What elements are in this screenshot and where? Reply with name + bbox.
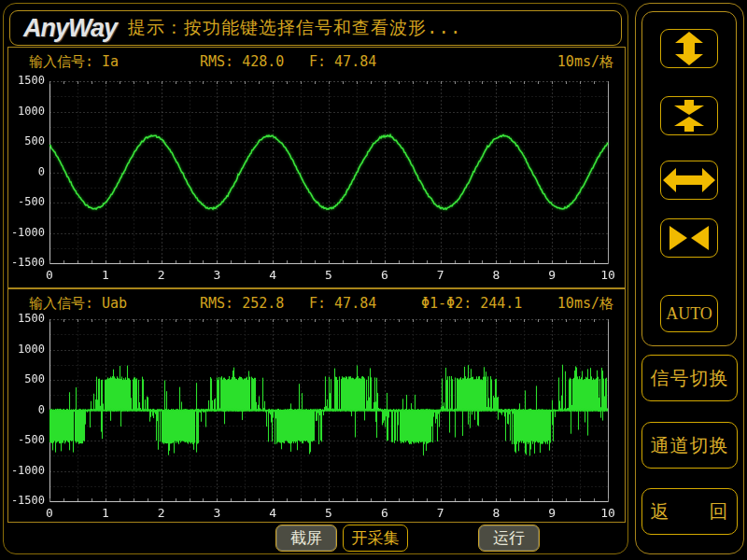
screenshot-button[interactable]: 截屏 [275,525,337,552]
waveform-panel-uab: 输入信号: Uab RMS: 252.8 F: 47.84 Φ1-Φ2: 244… [7,288,626,523]
title-bar: AnyWay 提示：按功能键选择信号和查看波形... [9,10,622,46]
compress-horizontal-icon [661,219,717,257]
channel-switch-button[interactable]: 通道切换 [641,422,738,469]
waveform-panel-ia: 输入信号: Ia RMS: 428.0 F: 47.84 10ms/格 [7,47,626,288]
signal-name-label: 输入信号: Uab [29,295,127,313]
rms-value: RMS: 252.8 [200,295,284,312]
frequency-value: F: 47.84 [309,295,376,312]
expand-vertical-button[interactable] [660,29,718,68]
function-key-sidebar: AUTO 信号切换 通道切换 返 回 [635,3,744,554]
auto-button-label: AUTO [666,304,712,324]
waveform-canvas-ia [8,74,625,285]
channel-switch-button-label: 通道切换 [651,433,729,458]
run-button[interactable]: 运行 [478,525,540,552]
expand-horizontal-icon [661,161,717,199]
signal-switch-button-label: 信号切换 [651,366,729,391]
waveform-canvas-uab [8,314,625,523]
panel-header-ia: 输入信号: Ia RMS: 428.0 F: 47.84 10ms/格 [8,50,625,73]
start-capture-button-label: 开采集 [352,527,400,549]
signal-switch-button[interactable]: 信号切换 [641,355,738,401]
screenshot-button-label: 截屏 [290,527,322,549]
expand-horizontal-button[interactable] [660,161,718,200]
instrument-screen: AnyWay 提示：按功能键选择信号和查看波形... 输入信号: Ia RMS:… [0,0,747,560]
run-button-label: 运行 [493,527,525,549]
frequency-value: F: 47.84 [309,53,376,70]
back-button[interactable]: 返 回 [641,488,738,535]
back-button-label: 返 回 [651,499,729,525]
signal-name-label: 输入信号: Ia [29,53,119,71]
expand-vertical-icon [661,30,717,67]
compress-vertical-button[interactable] [660,96,718,135]
compress-vertical-icon [661,97,717,134]
timebase-label: 10ms/格 [557,295,613,313]
auto-button[interactable]: AUTO [660,295,718,332]
timebase-label: 10ms/格 [557,53,613,71]
rms-value: RMS: 428.0 [200,53,284,70]
zoom-key-group: AUTO [641,11,737,346]
panel-header-uab: 输入信号: Uab RMS: 252.8 F: 47.84 Φ1-Φ2: 244… [8,292,625,315]
hint-text: 提示：按功能键选择信号和查看波形... [128,16,461,40]
compress-horizontal-button[interactable] [660,218,718,258]
start-capture-button[interactable]: 开采集 [343,525,408,552]
phase-diff-value: Φ1-Φ2: 244.1 [421,295,522,312]
anyway-logo: AnyWay [23,14,117,43]
